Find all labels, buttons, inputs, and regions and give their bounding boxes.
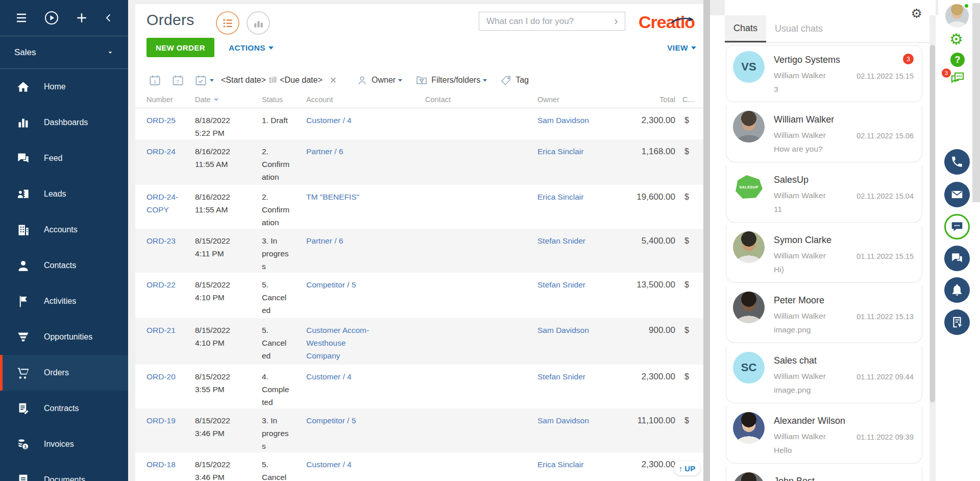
clear-date-filter-icon[interactable]: ✕ [330, 75, 337, 86]
chat-list-item[interactable]: SALESUP SalesUp William Walker 02.11.202… [726, 165, 922, 223]
chat-list-item[interactable]: SC Sales chat William Walker 01.11.2022 … [726, 346, 922, 403]
order-number-link[interactable]: ORD-23 [146, 236, 176, 245]
calendar-week-filter-icon[interactable]: 7 [172, 74, 184, 87]
owner-filter-icon[interactable] [356, 75, 368, 86]
owner-link[interactable]: Erica Sinclair [537, 193, 583, 201]
view-dropdown[interactable]: VIEW [667, 43, 696, 53]
chat-icon[interactable] [944, 214, 970, 239]
list-view-button[interactable] [216, 11, 239, 35]
search-submit-button[interactable]: › [607, 12, 625, 30]
tag-icon[interactable] [500, 75, 512, 86]
account-link[interactable]: Customer Accom-Westhouse Company [306, 324, 380, 362]
notifications-bell-icon[interactable] [944, 277, 970, 303]
order-number-link[interactable]: ORD-20 [146, 372, 176, 381]
sidebar-item-documents[interactable]: Documents [0, 462, 128, 481]
sidebar-item-invoices[interactable]: 1 Invoices [0, 426, 128, 462]
tab-chats[interactable]: Chats [725, 15, 766, 42]
sidebar-item-opportunities[interactable]: Opportunities [0, 319, 128, 355]
account-link[interactable]: Partner / 6 [306, 145, 380, 158]
order-number-link[interactable]: ORD-19 [146, 416, 176, 425]
chat-bubbles-icon[interactable] [949, 70, 966, 89]
owner-link[interactable]: Sam Davidson [537, 326, 589, 334]
column-header-owner[interactable]: Owner [537, 95, 619, 104]
column-header-total[interactable]: Total [619, 95, 675, 104]
sidebar-item-feed[interactable]: Feed [0, 140, 128, 176]
table-row[interactable]: ORD-24 8/16/2022 11:55 AM 2. Confirmatio… [135, 139, 703, 185]
chat-settings-gear-icon[interactable]: ⚙ [911, 6, 922, 21]
order-number-link[interactable]: ORD-22 [146, 280, 176, 289]
phone-icon[interactable] [944, 149, 970, 175]
account-link[interactable]: Customer / 4 [306, 370, 380, 383]
owner-link[interactable]: Sam Davidson [537, 116, 589, 125]
account-link[interactable]: Customer / 4 [306, 458, 380, 471]
account-link[interactable]: Partner / 6 [306, 234, 380, 247]
owner-filter[interactable]: Owner [372, 76, 396, 85]
search-input[interactable] [479, 16, 607, 27]
sidebar-item-contracts[interactable]: Contracts [0, 391, 128, 426]
table-row[interactable]: ORD-20 8/15/2022 3:55 PM 4. Completed Cu… [135, 365, 703, 408]
account-link[interactable]: TM "BENEFIS" [306, 190, 380, 203]
column-header-number[interactable]: Number [146, 95, 195, 104]
due-date-filter[interactable]: <Due date> [280, 76, 323, 85]
order-number-link[interactable]: ORD-24 [146, 147, 176, 156]
sidebar-item-activities[interactable]: Activities [0, 283, 128, 319]
filters-folders-filter[interactable]: Filters/folders [431, 76, 480, 85]
start-date-filter[interactable]: <Start date> [221, 76, 266, 85]
tab-usual-chats[interactable]: Usual chats [766, 15, 831, 42]
owner-link[interactable]: Erica Sinclair [537, 147, 583, 156]
table-row[interactable]: ORD-24-COPY 8/16/2022 11:55 AM 2. Confir… [135, 185, 703, 229]
sidebar-item-dashboards[interactable]: Dashboards [0, 105, 128, 140]
help-icon[interactable]: ? [950, 53, 965, 67]
owner-link[interactable]: Erica Sinclair [537, 460, 583, 469]
email-icon[interactable] [944, 182, 970, 207]
calendar-period-filter-icon[interactable] [194, 74, 214, 87]
actions-dropdown[interactable]: ACTIONS [229, 43, 274, 53]
hamburger-menu-icon[interactable] [14, 12, 29, 24]
filters-folders-icon[interactable] [415, 74, 428, 86]
add-new-icon[interactable] [75, 11, 88, 25]
scroll-up-button[interactable]: ↑ UP [674, 461, 700, 475]
calendar-day-filter-icon[interactable]: 1 [149, 74, 161, 87]
sidebar-item-leads[interactable]: Leads [0, 176, 128, 212]
run-process-icon[interactable] [44, 10, 59, 26]
tag-filter[interactable]: Tag [516, 76, 529, 85]
account-link[interactable]: Customer / 4 [306, 114, 380, 127]
chat-list-item[interactable]: Alexander Wilson William Walker 01.11.20… [726, 406, 922, 464]
new-order-button[interactable]: NEW ORDER [146, 38, 214, 57]
sidebar-item-orders[interactable]: Orders [0, 355, 128, 391]
table-row[interactable]: ORD-22 8/15/2022 4:10 PM 5. Canceled Com… [135, 273, 703, 318]
owner-link[interactable]: Stefan Snider [537, 280, 585, 289]
owner-link[interactable]: Stefan Snider [537, 372, 585, 381]
process-tasks-icon[interactable] [944, 309, 970, 335]
table-row[interactable]: ORD-25 8/18/2022 5:22 PM 1. Draft Custom… [135, 108, 703, 139]
order-number-link[interactable]: ORD-18 [146, 460, 176, 469]
table-row[interactable]: ORD-21 8/15/2022 4:10 PM 5. Canceled Cus… [135, 318, 703, 365]
workspace-selector[interactable]: Sales [0, 36, 128, 69]
sidebar-item-home[interactable]: Home [0, 69, 128, 105]
order-number-link[interactable]: ORD-21 [146, 326, 176, 334]
chat-list-item[interactable]: John Best [726, 467, 922, 481]
column-header-status[interactable]: Status [262, 95, 306, 104]
account-link[interactable]: Competitor / 5 [306, 414, 380, 427]
chat-list-item[interactable]: VS Vertigo Systems William Walker 02.11.… [726, 45, 922, 102]
page-scrollbar[interactable] [972, 3, 980, 202]
order-number-link[interactable]: ORD-24-COPY [146, 193, 178, 214]
table-row[interactable]: ORD-23 8/15/2022 4:11 PM 3. In progress … [135, 229, 703, 273]
owner-link[interactable]: Sam Davidson [537, 416, 589, 425]
account-link[interactable]: Competitor / 5 [306, 278, 380, 291]
analytics-view-button[interactable] [247, 11, 270, 35]
chat-scrollbar-thumb[interactable] [930, 45, 935, 402]
table-row[interactable]: ORD-18 8/15/2022 3:46 PM 5. Canceled Cus… [135, 452, 703, 481]
column-header-currency[interactable]: C... [675, 95, 702, 104]
main-scrollbar[interactable] [703, 0, 710, 481]
feed-messages-icon[interactable] [944, 246, 970, 271]
chat-list-item[interactable]: William Walker William Walker 02.11.2022… [726, 105, 922, 162]
sidebar-item-accounts[interactable]: Accounts [0, 212, 128, 248]
column-header-account[interactable]: Account [306, 95, 425, 104]
owner-link[interactable]: Stefan Snider [537, 236, 585, 245]
column-header-date[interactable]: Date [195, 95, 262, 104]
system-settings-gear-icon[interactable]: ⚙ [949, 31, 963, 48]
table-row[interactable]: ORD-19 8/15/2022 3:46 PM 3. In progress … [135, 408, 703, 452]
sidebar-item-contacts[interactable]: Contacts [0, 248, 128, 283]
chat-list-item[interactable]: Peter Moore William Walker 01.11.2022 15… [726, 286, 922, 343]
